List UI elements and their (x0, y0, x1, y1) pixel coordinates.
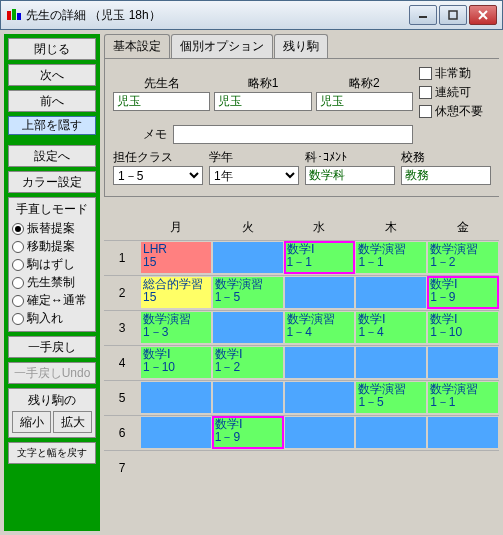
schedule-cell[interactable] (428, 452, 498, 483)
svg-rect-4 (449, 11, 457, 19)
nobreak-check[interactable]: 休憩不要 (419, 103, 491, 120)
expand-button[interactable]: 拡大 (53, 411, 92, 433)
schedule-cell[interactable] (213, 242, 283, 273)
day-header: 木 (355, 215, 427, 240)
schedule-cell[interactable]: 数学Ⅰ1－4 (356, 312, 426, 343)
schedule-cell[interactable]: 数学演習1－5 (356, 382, 426, 413)
remain-group: 残り駒の 縮小 拡大 (8, 388, 96, 438)
schedule-cell[interactable] (428, 417, 498, 448)
edit-mode-group: 手直しモード 振替提案移動提案駒はずし先生禁制確定↔通常駒入れ (8, 197, 96, 332)
window-title: 先生の詳細 （児玉 18h） (26, 7, 409, 24)
schedule-cell[interactable] (285, 382, 355, 413)
schedule-cell[interactable]: 数学演習1－5 (213, 277, 283, 308)
tab-basic[interactable]: 基本設定 (104, 34, 170, 58)
sidebar: 閉じる 次へ 前へ 上部を隠す 設定へ カラー設定 手直しモード 振替提案移動提… (4, 34, 100, 531)
schedule-cell[interactable]: LHR15 (141, 242, 211, 273)
mode-radio[interactable]: 振替提案 (12, 220, 92, 237)
main-area: 基本設定 個別オプション 残り駒 先生名 略称1 略称2 (104, 34, 499, 531)
close-window-button[interactable] (469, 5, 497, 25)
schedule-cell[interactable] (356, 417, 426, 448)
mode-radio[interactable]: 先生禁制 (12, 274, 92, 291)
tab-options[interactable]: 個別オプション (171, 34, 273, 58)
schedule-cell[interactable] (213, 452, 283, 483)
day-header: 金 (427, 215, 499, 240)
schedule-cell[interactable]: 数学Ⅰ1－9 (213, 417, 283, 448)
svg-rect-0 (7, 11, 11, 20)
abbr2-input[interactable] (316, 92, 413, 111)
parttime-check[interactable]: 非常勤 (419, 65, 491, 82)
prev-button[interactable]: 前へ (8, 90, 96, 112)
mode-radio[interactable]: 移動提案 (12, 238, 92, 255)
schedule-cell[interactable] (213, 382, 283, 413)
class-select[interactable]: 1－5 (113, 166, 203, 185)
day-header: 火 (212, 215, 284, 240)
period-number: 2 (104, 276, 140, 310)
settings-button[interactable]: 設定へ (8, 145, 96, 167)
schedule-cell[interactable] (356, 347, 426, 378)
name-input[interactable] (113, 92, 210, 111)
mode-radio[interactable]: 確定↔通常 (12, 292, 92, 309)
schedule-cell[interactable]: 数学Ⅰ1－2 (213, 347, 283, 378)
schedule-cell[interactable]: 数学Ⅰ1－10 (428, 312, 498, 343)
schedule-cell[interactable] (285, 277, 355, 308)
abbr1-label: 略称1 (214, 75, 311, 92)
schedule-cell[interactable]: 総合的学習15 (141, 277, 211, 308)
shrink-button[interactable]: 縮小 (12, 411, 51, 433)
period-number: 5 (104, 381, 140, 415)
color-button[interactable]: カラー設定 (8, 171, 96, 193)
schedule-cell[interactable] (141, 417, 211, 448)
close-button[interactable]: 閉じる (8, 38, 96, 60)
consecutive-check[interactable]: 連続可 (419, 84, 491, 101)
duty-input[interactable] (401, 166, 491, 185)
memo-input[interactable] (173, 125, 413, 144)
undo-button[interactable]: 一手戻し (8, 336, 96, 358)
schedule-grid: 月 火 水 木 金 1LHR15数学Ⅰ1－1数学演習1－1数学演習1－22総合的… (104, 215, 499, 485)
schedule-cell[interactable] (356, 452, 426, 483)
schedule-cell[interactable] (285, 452, 355, 483)
svg-rect-1 (12, 9, 16, 20)
year-label: 学年 (209, 149, 299, 166)
schedule-cell[interactable]: 数学Ⅰ1－1 (285, 242, 355, 273)
abbr2-label: 略称2 (316, 75, 413, 92)
undo-redo-button[interactable]: 一手戻しUndo (8, 362, 96, 384)
next-button[interactable]: 次へ (8, 64, 96, 86)
title-bar: 先生の詳細 （児玉 18h） (0, 0, 503, 30)
schedule-cell[interactable] (213, 312, 283, 343)
mode-radio[interactable]: 駒入れ (12, 310, 92, 327)
period-number: 4 (104, 346, 140, 380)
schedule-cell[interactable] (428, 347, 498, 378)
schedule-cell[interactable]: 数学演習1－4 (285, 312, 355, 343)
schedule-cell[interactable]: 数学演習1－2 (428, 242, 498, 273)
name-label: 先生名 (113, 75, 210, 92)
minimize-button[interactable] (409, 5, 437, 25)
schedule-cell[interactable]: 数学演習1－1 (356, 242, 426, 273)
svg-rect-2 (17, 13, 21, 20)
schedule-cell[interactable]: 数学Ⅰ1－9 (428, 277, 498, 308)
remain-title: 残り駒の (12, 392, 92, 409)
period-number: 3 (104, 311, 140, 345)
schedule-cell[interactable] (285, 347, 355, 378)
hide-top-button[interactable]: 上部を隠す (8, 116, 96, 135)
abbr1-input[interactable] (214, 92, 311, 111)
maximize-button[interactable] (439, 5, 467, 25)
tab-bar: 基本設定 個別オプション 残り駒 (104, 34, 499, 59)
year-select[interactable]: 1年 (209, 166, 299, 185)
period-number: 6 (104, 416, 140, 450)
mode-radio[interactable]: 駒はずし (12, 256, 92, 273)
subject-input[interactable] (305, 166, 395, 185)
schedule-cell[interactable]: 数学演習1－1 (428, 382, 498, 413)
memo-label: メモ (113, 126, 167, 143)
schedule-cell[interactable] (285, 417, 355, 448)
schedule-cell[interactable] (141, 382, 211, 413)
schedule-cell[interactable]: 数学Ⅰ1－10 (141, 347, 211, 378)
tab-remain[interactable]: 残り駒 (274, 34, 328, 58)
day-header: 月 (140, 215, 212, 240)
reset-width-button[interactable]: 文字と幅を戻す (8, 442, 96, 464)
edit-mode-title: 手直しモード (12, 201, 92, 218)
schedule-cell[interactable] (356, 277, 426, 308)
form-panel: 先生名 略称1 略称2 非常勤 連続可 休憩不要 (104, 59, 499, 197)
schedule-cell[interactable]: 数学演習1－3 (141, 312, 211, 343)
class-label: 担任クラス (113, 149, 203, 166)
schedule-cell[interactable] (141, 452, 211, 483)
period-number: 1 (104, 241, 140, 275)
